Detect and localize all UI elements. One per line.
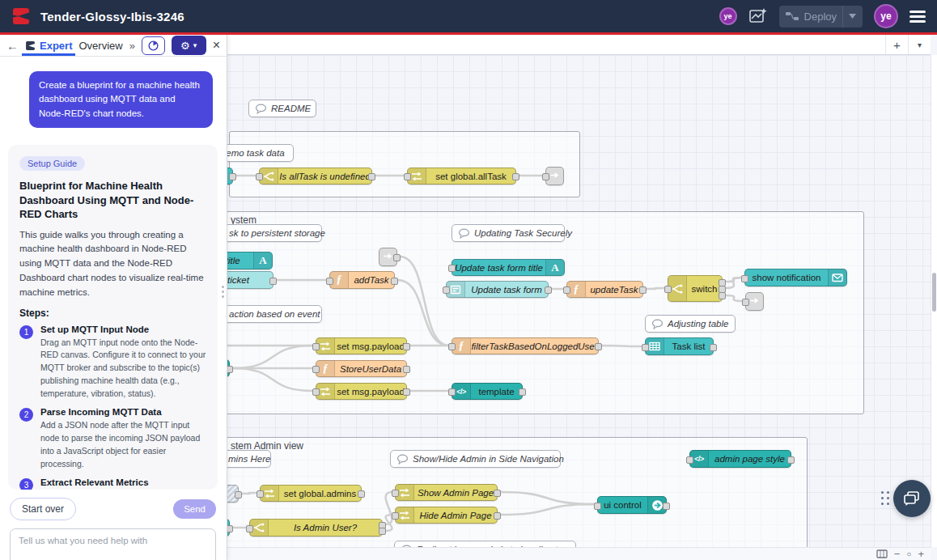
port-in[interactable] <box>326 278 333 285</box>
node-template[interactable]: </>template <box>452 383 523 400</box>
port-in[interactable] <box>256 173 263 180</box>
port-in[interactable] <box>642 344 649 351</box>
node-is-admin-user[interactable]: Is Admin User? <box>249 519 383 537</box>
port-out[interactable] <box>358 490 365 498</box>
node-link-out-2[interactable] <box>745 292 764 311</box>
zoom-in-button[interactable]: + <box>918 549 924 559</box>
port-out[interactable] <box>719 292 726 299</box>
comment-node-readme[interactable]: README <box>248 100 316 117</box>
port-out[interactable] <box>403 388 410 396</box>
port-out[interactable] <box>595 343 602 350</box>
send-button[interactable]: Send <box>173 499 216 519</box>
node-set-global-alltask[interactable]: set global.allTask <box>407 168 516 185</box>
node-link-in-1[interactable] <box>379 248 397 266</box>
user-avatar[interactable]: ye <box>874 4 898 28</box>
node-set-msg-payload-2[interactable]: set msg.payload <box>316 383 407 400</box>
node-update-task-form[interactable]: Update task form <box>446 281 549 298</box>
port-in[interactable] <box>392 490 399 497</box>
port-in[interactable] <box>443 286 450 294</box>
port-out[interactable] <box>379 528 386 535</box>
node-set-msg-payload-1[interactable]: set msg.payload <box>316 337 407 354</box>
tab-expert[interactable]: Expert <box>25 35 72 56</box>
node-hide-admin-page[interactable]: Hide Admin Page <box>395 507 498 524</box>
port-out[interactable] <box>391 278 398 285</box>
zoom-out-button[interactable]: − <box>894 549 901 559</box>
comment-node-show-hide-admin[interactable]: Show/Hide Admin in Side Navigation <box>390 450 561 468</box>
port-out[interactable] <box>235 491 242 498</box>
node-admin-page-style[interactable]: </>admin page style <box>689 450 791 468</box>
assistant-avatar[interactable]: ye <box>719 7 737 25</box>
deploy-caret-icon[interactable] <box>849 14 856 19</box>
port-in[interactable] <box>392 512 399 520</box>
port-out[interactable] <box>403 343 410 350</box>
start-over-button[interactable]: Start over <box>10 498 76 520</box>
node-task-list[interactable]: Task list <box>645 337 714 355</box>
port-out[interactable] <box>545 286 552 294</box>
port-out[interactable] <box>710 344 717 351</box>
port-in[interactable] <box>312 388 320 396</box>
port-in[interactable] <box>594 503 601 510</box>
assistant-input[interactable] <box>10 528 216 560</box>
port-in[interactable] <box>448 265 456 272</box>
port-in[interactable] <box>542 173 549 180</box>
port-out[interactable] <box>368 173 375 180</box>
node-show-admin-page[interactable]: Show Admin Page <box>395 484 498 501</box>
port-out[interactable] <box>403 366 410 373</box>
node-filter-task[interactable]: ƒfilterTaskBasedOnLoggedUser <box>452 337 599 354</box>
port-out[interactable] <box>494 490 501 497</box>
comment-node-adjusting-table[interactable]: Adjusting table <box>645 315 736 333</box>
port-out[interactable] <box>787 456 795 464</box>
node-set-global-admins[interactable]: set global.admins <box>260 485 362 502</box>
flow-group-demo-task-data-group[interactable] <box>229 131 580 197</box>
canvas-vertical-scrollbar[interactable] <box>931 55 937 547</box>
assistant-drag-handle[interactable] <box>881 491 889 505</box>
port-in[interactable] <box>686 456 693 464</box>
node-switch[interactable]: switch <box>668 275 723 302</box>
scrollbar-thumb[interactable] <box>932 273 936 312</box>
port-in[interactable] <box>664 286 672 293</box>
tab-overview[interactable]: Overview <box>78 35 122 56</box>
comment-node-updating-task-securely[interactable]: Updating Task Securely <box>452 224 565 242</box>
node-link-out-1[interactable] <box>545 167 564 185</box>
port-in[interactable] <box>404 173 411 180</box>
usage-pie-button[interactable] <box>142 36 165 55</box>
port-in[interactable] <box>563 286 570 294</box>
node-add-task[interactable]: ƒaddTask <box>329 271 395 289</box>
add-flow-button[interactable]: + <box>885 35 908 54</box>
node-is-alltask-undefined[interactable]: Is allTask is undefined <box>259 168 372 185</box>
port-in[interactable] <box>312 343 320 350</box>
port-in[interactable] <box>448 388 456 396</box>
panel-resize-handle[interactable] <box>222 286 224 298</box>
node-store-user-data[interactable]: ƒStoreUserData <box>316 360 407 377</box>
port-out[interactable] <box>229 173 236 180</box>
close-icon[interactable]: × <box>213 38 220 53</box>
ai-flows-icon[interactable] <box>748 7 768 25</box>
port-out[interactable] <box>269 278 277 285</box>
node-ui-control[interactable]: ui control <box>597 496 667 514</box>
port-in[interactable] <box>448 343 456 350</box>
assistant-chat-button[interactable] <box>893 480 931 517</box>
port-in[interactable] <box>741 275 748 282</box>
navigator-icon[interactable] <box>876 549 888 558</box>
port-in[interactable] <box>742 299 749 306</box>
port-out[interactable] <box>494 512 501 520</box>
back-arrow-icon[interactable]: ← <box>6 39 19 53</box>
port-out[interactable] <box>393 254 401 261</box>
port-out[interactable] <box>639 286 647 294</box>
port-out[interactable] <box>512 173 519 180</box>
zoom-reset-button[interactable]: ○ <box>906 550 911 558</box>
deploy-button[interactable]: Deploy <box>779 6 863 28</box>
tab-overflow-chevrons[interactable]: » <box>129 40 135 52</box>
port-out[interactable] <box>519 388 526 396</box>
port-in[interactable] <box>312 366 320 373</box>
flow-list-caret[interactable]: ▾ <box>908 35 931 54</box>
node-show-notification[interactable]: show notification <box>744 269 847 286</box>
settings-dropdown-button[interactable]: ⚙ ▾ <box>172 36 206 55</box>
port-out[interactable] <box>663 503 670 510</box>
node-update-task-form-title[interactable]: Update task form titleA <box>452 259 565 276</box>
menu-icon[interactable] <box>909 11 926 23</box>
node-update-task[interactable]: ƒupdateTask <box>566 281 643 298</box>
port-in[interactable] <box>246 525 253 532</box>
port-in[interactable] <box>257 490 264 498</box>
settings-caret-icon: ▾ <box>193 41 197 49</box>
